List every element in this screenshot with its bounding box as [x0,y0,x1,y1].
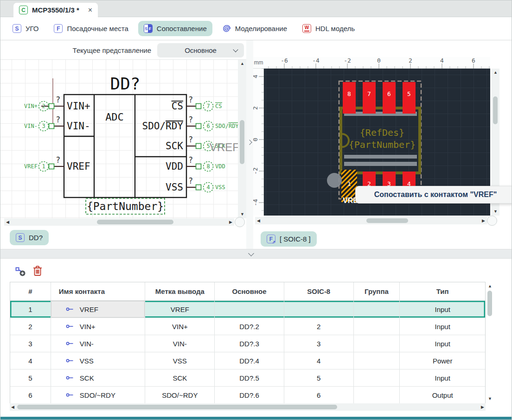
column-header[interactable]: SOIC-8 [284,282,354,300]
table-cell: VSS [145,352,215,369]
scroll-up-icon[interactable]: ▲ [240,62,244,66]
scroll-right-icon[interactable]: ▶ [229,220,232,224]
scroll-thumb[interactable] [97,220,173,224]
tab-label: Сопоставление [157,25,207,32]
column-header[interactable]: Основное [215,282,284,300]
svg-text:-2: -2 [253,167,259,175]
table-row[interactable]: 4VSSVSSDD?.44Power [10,352,485,369]
tab-mapping[interactable]: SF Сопоставление [138,21,212,36]
column-header[interactable]: Группа [354,282,400,300]
table-row[interactable]: 3VIN-VIN-DD?.33Input [10,335,485,352]
svg-text:-6: -6 [281,57,288,64]
table-cell: DD?.2 [215,318,284,335]
svg-text:2: 2 [253,106,259,110]
delete-contact-button[interactable] [32,265,43,280]
scroll-thumb[interactable] [240,120,244,164]
scroll-thumb[interactable] [493,96,498,124]
symbol-hscrollbar[interactable]: ◀ ▶ [4,218,234,226]
cell-contact-name[interactable]: VIN+ [51,318,146,335]
column-header[interactable]: Имя контакта [51,282,146,300]
footprint-refdes: {RefDes} [360,127,404,138]
svg-text:VDD: VDD [215,163,225,170]
svg-text:-4: -4 [312,57,320,64]
table-cell: DD?.3 [215,335,284,352]
collapse-bar[interactable] [0,249,512,259]
svg-text:SDO/RDY: SDO/RDY [142,121,183,132]
scroll-down-icon[interactable]: ▼ [240,212,244,216]
cell-contact-name[interactable]: SCK [51,369,146,386]
symbol-chip-label: DD? [29,234,43,242]
refdes-label: DD? [110,74,140,93]
pin-icon [66,375,74,381]
scroll-corner-button[interactable] [235,217,245,227]
footprint-chip[interactable]: F↗ [ SOIC-8 ] [261,231,317,247]
pin1-notch [342,134,349,147]
cell-contact-name[interactable]: VSS [51,352,146,369]
table-vscrollbar[interactable]: ▲ ▼ [486,283,493,402]
symbol-chip[interactable]: S DD? [10,230,49,245]
table-row[interactable]: 2VIN+VIN+DD?.22Input [10,318,485,335]
scroll-thumb[interactable] [487,291,492,316]
scroll-left-icon[interactable]: ◀ [6,220,9,224]
scroll-thumb[interactable] [366,218,408,223]
drag-cursor-dot [327,173,342,188]
table-cell: Input [400,301,485,318]
cell-contact-name[interactable]: VIN- [51,335,146,352]
tab-ugo[interactable]: S УГО [7,21,44,36]
table-hscrollbar[interactable]: ◀ ▶ [10,403,486,411]
scroll-left-icon[interactable]: ◀ [11,405,14,409]
footprint-hscrollbar[interactable]: ◀ ▶ [255,217,487,224]
svg-text:?: ? [188,115,193,124]
scroll-down-icon[interactable]: ▼ [488,397,492,401]
table-cell [354,335,400,352]
pin-mapping-table: #Имя контактаМетка выводаОсновноеSOIC-8Г… [10,282,486,404]
symbol-vscrollbar[interactable]: ▲ ▼ [238,60,246,218]
scroll-corner-button[interactable] [487,216,497,226]
scroll-up-icon[interactable]: ▲ [488,284,492,288]
table-cell [215,301,284,318]
table-cell: 2 [10,318,51,335]
symbol-panel: Текущее представление Основное [0,40,246,249]
table-cell: 6 [10,387,51,403]
cell-contact-name[interactable]: VREF [51,301,146,318]
svg-text:0: 0 [377,57,381,64]
pin-numbers: 2 3 1 7 6 5 8 4 [42,103,210,191]
arrow-up-right-icon: ↗ [272,240,275,244]
status-strip [0,417,512,420]
table-row[interactable]: 1VREFVREFInput [10,301,485,318]
panel-divider[interactable] [246,40,253,249]
scroll-right-icon[interactable]: ▶ [481,405,484,409]
close-icon[interactable]: × [88,6,92,14]
svg-text:VDD: VDD [166,161,183,172]
svg-text:VREF: VREF [67,161,90,172]
partnumber-box[interactable]: {PartNumber} [86,198,165,214]
ruler-unit: mm [253,57,264,69]
tab-simulation[interactable]: Моделирование [217,21,293,36]
svg-text:VIN+: VIN+ [24,103,38,109]
add-contact-button[interactable] [14,265,26,279]
document-tab[interactable]: C MCP3550/1/3 * × [13,3,98,17]
scroll-thumb[interactable] [17,405,337,409]
scroll-down-icon[interactable]: ▼ [493,210,498,214]
table-cell: DD?.5 [215,369,284,386]
table-row[interactable]: 6SDO/~RDYSDO/~RDYDD?.66Output [10,387,485,404]
cell-contact-name[interactable]: SDO/~RDY [51,387,146,403]
scroll-right-icon[interactable]: ▶ [482,219,485,223]
view-select-value: Основное [185,46,217,54]
table-cell: DD?.4 [215,352,284,369]
table-cell [354,352,400,369]
tab-footprints[interactable]: F Посадочные места [48,21,134,36]
scroll-left-icon[interactable]: ◀ [257,219,260,223]
column-header[interactable]: Тип [400,282,485,300]
column-header[interactable]: Метка вывода [145,282,215,300]
column-header[interactable]: # [10,282,51,300]
table-row[interactable]: 5SCKSCKDD?.55Input [10,369,485,387]
symbol-icon: S [16,233,25,242]
schematic-canvas[interactable]: ? ? ? ? ? ? ? ? 2 3 1 7 6 5 8 [0,60,238,218]
tab-hdl-model[interactable]: W HDL модель [297,21,360,36]
scroll-up-icon[interactable]: ▲ [493,70,498,75]
svg-text:?: ? [188,176,193,185]
symbol-icon: S [13,24,21,33]
component-doc-icon: C [19,6,28,14]
view-select[interactable]: Основное [157,43,244,57]
